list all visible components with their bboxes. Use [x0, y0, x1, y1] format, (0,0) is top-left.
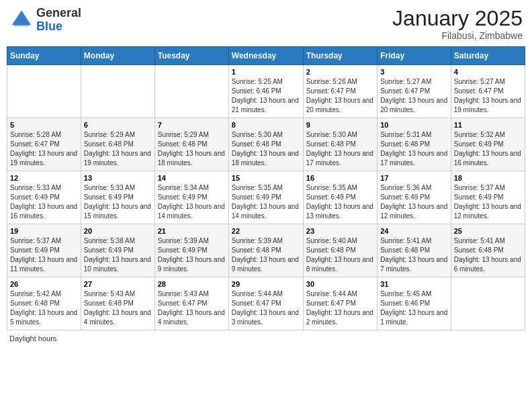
day-number: 11: [454, 121, 522, 129]
day-number: 10: [380, 121, 448, 129]
day-number: 28: [158, 280, 226, 288]
calendar-cell: 1Sunrise: 5:25 AM Sunset: 6:46 PM Daylig…: [228, 65, 303, 118]
day-info: Sunrise: 5:37 AM Sunset: 6:49 PM Dayligh…: [454, 183, 522, 221]
logo: General Blue: [9, 7, 81, 34]
day-number: 13: [84, 174, 152, 182]
day-number: 16: [306, 174, 374, 182]
calendar-week-row: 5Sunrise: 5:28 AM Sunset: 6:47 PM Daylig…: [7, 118, 525, 171]
day-info: Sunrise: 5:44 AM Sunset: 6:47 PM Dayligh…: [232, 289, 300, 327]
day-info: Sunrise: 5:42 AM Sunset: 6:48 PM Dayligh…: [10, 289, 78, 327]
day-info: Sunrise: 5:43 AM Sunset: 6:47 PM Dayligh…: [158, 289, 226, 327]
page-header: General Blue January 2025 Filabusi, Zimb…: [7, 7, 525, 41]
day-number: 29: [232, 280, 300, 288]
day-info: Sunrise: 5:43 AM Sunset: 6:48 PM Dayligh…: [84, 289, 152, 327]
day-number: 17: [380, 174, 448, 182]
calendar-header-row: SundayMondayTuesdayWednesdayThursdayFrid…: [7, 47, 525, 65]
calendar-day-header: Monday: [81, 47, 154, 65]
day-info: Sunrise: 5:45 AM Sunset: 6:46 PM Dayligh…: [380, 289, 448, 327]
day-number: 22: [232, 227, 300, 235]
day-number: 1: [232, 68, 300, 76]
calendar-day-header: Saturday: [451, 47, 525, 65]
calendar-cell: 2Sunrise: 5:26 AM Sunset: 6:47 PM Daylig…: [303, 65, 377, 118]
calendar-week-row: 19Sunrise: 5:37 AM Sunset: 6:49 PM Dayli…: [7, 224, 525, 277]
day-number: 5: [10, 121, 78, 129]
day-info: Sunrise: 5:30 AM Sunset: 6:48 PM Dayligh…: [232, 130, 300, 168]
calendar-cell: 15Sunrise: 5:35 AM Sunset: 6:49 PM Dayli…: [228, 171, 303, 224]
day-number: 3: [380, 68, 448, 76]
calendar-cell: [154, 65, 228, 118]
calendar-day-header: Thursday: [303, 47, 377, 65]
calendar-cell: 11Sunrise: 5:32 AM Sunset: 6:49 PM Dayli…: [451, 118, 525, 171]
day-number: 27: [84, 280, 152, 288]
calendar-cell: 5Sunrise: 5:28 AM Sunset: 6:47 PM Daylig…: [7, 118, 81, 171]
day-number: 2: [306, 68, 374, 76]
day-info: Sunrise: 5:34 AM Sunset: 6:49 PM Dayligh…: [158, 183, 226, 221]
logo-blue: Blue: [36, 19, 62, 33]
calendar-cell: 31Sunrise: 5:45 AM Sunset: 6:46 PM Dayli…: [378, 277, 451, 330]
day-info: Sunrise: 5:31 AM Sunset: 6:48 PM Dayligh…: [380, 130, 448, 168]
calendar-cell: 3Sunrise: 5:27 AM Sunset: 6:47 PM Daylig…: [378, 65, 451, 118]
calendar-day-header: Sunday: [7, 47, 81, 65]
calendar-week-row: 26Sunrise: 5:42 AM Sunset: 6:48 PM Dayli…: [7, 277, 525, 330]
day-info: Sunrise: 5:28 AM Sunset: 6:47 PM Dayligh…: [10, 130, 78, 168]
calendar-cell: 19Sunrise: 5:37 AM Sunset: 6:49 PM Dayli…: [7, 224, 81, 277]
day-info: Sunrise: 5:27 AM Sunset: 6:47 PM Dayligh…: [454, 77, 522, 115]
day-info: Sunrise: 5:27 AM Sunset: 6:47 PM Dayligh…: [380, 77, 448, 115]
day-info: Sunrise: 5:29 AM Sunset: 6:48 PM Dayligh…: [158, 130, 226, 168]
day-number: 26: [10, 280, 78, 288]
calendar-cell: 26Sunrise: 5:42 AM Sunset: 6:48 PM Dayli…: [7, 277, 81, 330]
calendar-cell: 16Sunrise: 5:35 AM Sunset: 6:49 PM Dayli…: [303, 171, 377, 224]
day-info: Sunrise: 5:29 AM Sunset: 6:48 PM Dayligh…: [84, 130, 152, 168]
calendar-cell: 10Sunrise: 5:31 AM Sunset: 6:48 PM Dayli…: [378, 118, 451, 171]
day-number: 7: [158, 121, 226, 129]
calendar-cell: 22Sunrise: 5:39 AM Sunset: 6:48 PM Dayli…: [228, 224, 303, 277]
day-info: Sunrise: 5:30 AM Sunset: 6:48 PM Dayligh…: [306, 130, 374, 168]
calendar-cell: 17Sunrise: 5:36 AM Sunset: 6:49 PM Dayli…: [378, 171, 451, 224]
day-info: Sunrise: 5:38 AM Sunset: 6:49 PM Dayligh…: [84, 236, 152, 274]
calendar-table: SundayMondayTuesdayWednesdayThursdayFrid…: [7, 46, 525, 330]
day-info: Sunrise: 5:36 AM Sunset: 6:49 PM Dayligh…: [380, 183, 448, 221]
day-info: Sunrise: 5:25 AM Sunset: 6:46 PM Dayligh…: [232, 77, 300, 115]
day-info: Sunrise: 5:44 AM Sunset: 6:47 PM Dayligh…: [306, 289, 374, 327]
day-number: 18: [454, 174, 522, 182]
day-number: 19: [10, 227, 78, 235]
day-number: 14: [158, 174, 226, 182]
day-number: 31: [380, 280, 448, 288]
day-info: Sunrise: 5:32 AM Sunset: 6:49 PM Dayligh…: [454, 130, 522, 168]
day-info: Sunrise: 5:33 AM Sunset: 6:49 PM Dayligh…: [10, 183, 78, 221]
day-info: Sunrise: 5:40 AM Sunset: 6:48 PM Dayligh…: [306, 236, 374, 274]
day-number: 6: [84, 121, 152, 129]
calendar-cell: 9Sunrise: 5:30 AM Sunset: 6:48 PM Daylig…: [303, 118, 377, 171]
calendar-cell: 7Sunrise: 5:29 AM Sunset: 6:48 PM Daylig…: [154, 118, 228, 171]
calendar-week-row: 1Sunrise: 5:25 AM Sunset: 6:46 PM Daylig…: [7, 65, 525, 118]
day-number: 23: [306, 227, 374, 235]
day-number: 12: [10, 174, 78, 182]
calendar-cell: 28Sunrise: 5:43 AM Sunset: 6:47 PM Dayli…: [154, 277, 228, 330]
calendar-cell: 27Sunrise: 5:43 AM Sunset: 6:48 PM Dayli…: [81, 277, 154, 330]
calendar-cell: 14Sunrise: 5:34 AM Sunset: 6:49 PM Dayli…: [154, 171, 228, 224]
day-info: Sunrise: 5:35 AM Sunset: 6:49 PM Dayligh…: [306, 183, 374, 221]
day-number: 30: [306, 280, 374, 288]
location-subtitle: Filabusi, Zimbabwe: [392, 30, 523, 41]
logo-icon: [9, 8, 34, 32]
logo-general: General: [36, 6, 81, 19]
calendar-cell: [81, 65, 154, 118]
calendar-cell: [7, 65, 81, 118]
calendar-cell: 24Sunrise: 5:41 AM Sunset: 6:48 PM Dayli…: [378, 224, 451, 277]
calendar-cell: 8Sunrise: 5:30 AM Sunset: 6:48 PM Daylig…: [228, 118, 303, 171]
day-number: 24: [380, 227, 448, 235]
calendar-cell: 20Sunrise: 5:38 AM Sunset: 6:49 PM Dayli…: [81, 224, 154, 277]
day-number: 8: [232, 121, 300, 129]
calendar-cell: 23Sunrise: 5:40 AM Sunset: 6:48 PM Dayli…: [303, 224, 377, 277]
day-number: 9: [306, 121, 374, 129]
logo-text: General Blue: [36, 7, 81, 34]
day-number: 4: [454, 68, 522, 76]
calendar-cell: 6Sunrise: 5:29 AM Sunset: 6:48 PM Daylig…: [81, 118, 154, 171]
calendar-cell: 13Sunrise: 5:33 AM Sunset: 6:49 PM Dayli…: [81, 171, 154, 224]
calendar-cell: 29Sunrise: 5:44 AM Sunset: 6:47 PM Dayli…: [228, 277, 303, 330]
calendar-cell: 4Sunrise: 5:27 AM Sunset: 6:47 PM Daylig…: [451, 65, 525, 118]
footer: Daylight hours: [7, 334, 525, 342]
calendar-day-header: Tuesday: [154, 47, 228, 65]
day-info: Sunrise: 5:41 AM Sunset: 6:48 PM Dayligh…: [454, 236, 522, 274]
month-title: January 2025: [392, 7, 523, 30]
